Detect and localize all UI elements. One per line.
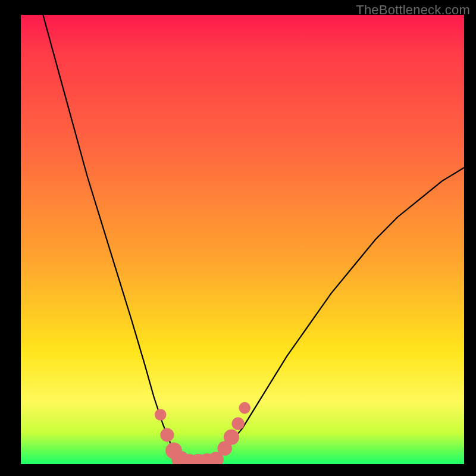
chart-frame: TheBottleneck.com [0,0,476,476]
bottleneck-curve-path [43,15,464,464]
curve-markers [155,402,250,464]
curve-marker [231,417,244,430]
curve-svg [21,15,464,464]
curve-marker [155,409,167,421]
curve-marker [239,402,250,414]
plot-area [21,15,464,464]
curve-marker [160,428,174,441]
curve-marker [224,430,239,445]
watermark-text: TheBottleneck.com [356,2,470,18]
